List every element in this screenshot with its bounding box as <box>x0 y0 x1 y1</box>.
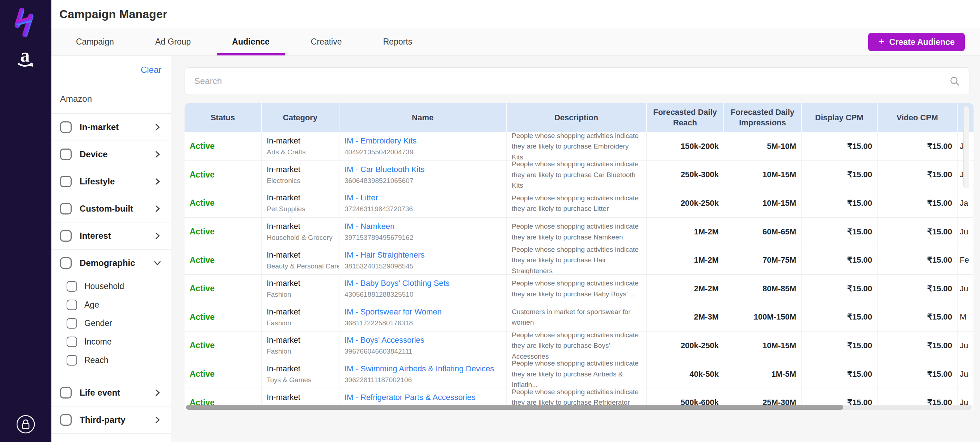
audience-name-link[interactable]: IM - Swimming Airbeds & Inflating Device… <box>345 364 501 373</box>
clear-filters-link[interactable]: Clear <box>141 65 161 75</box>
tab-reports[interactable]: Reports <box>364 28 431 56</box>
cell-display-cpm: ₹15.00 <box>802 132 878 161</box>
cell-category: In-marketArts & Crafts <box>262 132 339 161</box>
table-body: ActiveIn-marketArts & CraftsIM - Embroid… <box>185 132 974 410</box>
cell-category: In-marketBeauty & Personal Care <box>262 246 339 274</box>
cell-name: IM - Litter372463119843720736 <box>339 189 507 217</box>
status-badge: Active <box>189 227 256 236</box>
filter-item-device[interactable]: Device <box>51 141 171 168</box>
chevron-down-icon[interactable] <box>153 258 162 268</box>
status-badge: Active <box>189 312 256 322</box>
filter-item-life-event[interactable]: Life event <box>51 379 171 406</box>
filter-subitem-label: Household <box>84 281 124 291</box>
checkbox[interactable] <box>67 355 77 365</box>
checkbox[interactable] <box>60 148 72 160</box>
audience-description: People whose shopping activities indicat… <box>512 161 641 189</box>
checkbox[interactable] <box>60 387 72 399</box>
tab-audience[interactable]: Audience <box>213 28 288 56</box>
column-header-status: Status <box>185 103 262 132</box>
audience-name-link[interactable]: IM - Boys' Accessories <box>345 335 501 345</box>
filter-item-custom-built[interactable]: Custom-built <box>51 195 171 222</box>
column-header-reach: Forecasted Daily Reach <box>647 103 724 132</box>
audience-id: 396766046603842111 <box>345 348 501 356</box>
audience-id: 372463119843720736 <box>345 205 501 213</box>
tab-ad-group[interactable]: Ad Group <box>137 28 210 56</box>
search-input[interactable] <box>194 76 949 86</box>
cell-status: Active <box>185 274 262 303</box>
table-row: ActiveIn-marketFashionIM - Sportswear fo… <box>185 303 974 332</box>
chevron-right-icon[interactable] <box>153 415 162 424</box>
audience-name-link[interactable]: IM - Namkeen <box>345 222 501 231</box>
chevron-right-icon[interactable] <box>153 123 162 132</box>
checkbox[interactable] <box>67 337 77 347</box>
checkbox[interactable] <box>67 281 77 292</box>
tab-creative[interactable]: Creative <box>292 28 361 56</box>
search-icon[interactable] <box>949 76 960 86</box>
filter-subitem-age[interactable]: Age <box>51 296 171 314</box>
audience-name-link[interactable]: IM - Embroidery Kits <box>345 136 501 146</box>
checkbox[interactable] <box>67 300 77 310</box>
checkbox[interactable] <box>60 257 72 269</box>
cell-created-date: Ju <box>958 274 974 303</box>
status-badge: Active <box>189 198 256 208</box>
filter-item-lifestyle[interactable]: Lifestyle <box>51 168 171 195</box>
filter-group-heading: Amazon <box>51 84 171 114</box>
filter-subitem-gender[interactable]: Gender <box>51 314 171 333</box>
filter-item-in-market[interactable]: In-market <box>51 114 171 140</box>
chevron-right-icon[interactable] <box>153 204 162 214</box>
chevron-right-icon[interactable] <box>153 231 162 241</box>
audience-name-link[interactable]: IM - Sportswear for Women <box>345 307 501 317</box>
checkbox[interactable] <box>60 203 72 214</box>
category-subname: Household & Grocery <box>267 234 334 242</box>
filter-item-demographic[interactable]: Demographic <box>51 250 171 276</box>
audience-name-link[interactable]: IM - Refrigerator Parts & Accessories <box>345 393 501 402</box>
filter-item-label: In-market <box>80 122 119 132</box>
table-header-row: StatusCategoryNameDescriptionForecasted … <box>185 103 974 132</box>
cell-forecasted-daily-reach: 2M-3M <box>647 303 724 332</box>
chevron-right-icon[interactable] <box>153 177 162 186</box>
audience-table: StatusCategoryNameDescriptionForecasted … <box>185 103 974 410</box>
checkbox[interactable] <box>60 230 72 242</box>
column-header-category: Category <box>262 103 339 132</box>
horizontal-scrollbar-thumb[interactable] <box>186 405 843 410</box>
audience-name-link[interactable]: IM - Litter <box>345 193 501 203</box>
column-header-description: Description <box>507 103 647 132</box>
tab-campaign[interactable]: Campaign <box>57 28 133 56</box>
filter-subitem-income[interactable]: Income <box>51 333 171 351</box>
cell-forecasted-daily-reach: 1M-2M <box>647 218 724 246</box>
cell-category: In-marketHousehold & Grocery <box>262 218 339 246</box>
audience-description: People whose shopping activities indicat… <box>512 221 641 243</box>
vertical-scrollbar-thumb[interactable] <box>963 106 969 188</box>
chevron-right-icon[interactable] <box>153 388 162 397</box>
cell-display-cpm: ₹15.00 <box>802 161 878 189</box>
checkbox[interactable] <box>60 121 72 133</box>
search-bar <box>185 67 970 95</box>
audience-name-link[interactable]: IM - Baby Boys' Clothing Sets <box>345 279 501 288</box>
lock-icon[interactable] <box>16 415 35 434</box>
cell-display-cpm: ₹15.00 <box>802 218 878 246</box>
checkbox[interactable] <box>60 414 72 426</box>
filter-group-in-market: In-market <box>51 114 171 141</box>
table-row: ActiveIn-marketToys & GamesIM - Swimming… <box>185 360 974 389</box>
plus-icon: + <box>878 37 884 47</box>
status-badge: Active <box>189 369 256 379</box>
filter-item-interest[interactable]: Interest <box>51 222 171 249</box>
audience-name-link[interactable]: IM - Car Bluetooth Kits <box>345 165 501 174</box>
cell-display-cpm: ₹15.00 <box>802 303 878 332</box>
checkbox[interactable] <box>60 176 72 187</box>
cell-status: Active <box>185 332 262 360</box>
horizontal-scrollbar-track[interactable] <box>186 405 972 410</box>
filter-item-label: Lifestyle <box>80 176 115 187</box>
filter-item-third-party[interactable]: Third-party <box>51 407 171 433</box>
create-audience-button[interactable]: + Create Audience <box>868 33 965 51</box>
cell-name: IM - Embroidery Kits404921355042004739 <box>339 132 507 161</box>
category-subname: Fashion <box>267 290 334 298</box>
chevron-right-icon[interactable] <box>153 150 162 159</box>
amazon-logo-icon[interactable]: a <box>14 46 37 71</box>
brand-h-logo-icon <box>10 6 42 38</box>
filter-subitem-household[interactable]: Household <box>51 277 171 296</box>
filter-subitem-reach[interactable]: Reach <box>51 351 171 370</box>
cell-status: Active <box>185 218 262 246</box>
checkbox[interactable] <box>67 318 77 329</box>
audience-name-link[interactable]: IM - Hair Straighteners <box>345 251 501 260</box>
